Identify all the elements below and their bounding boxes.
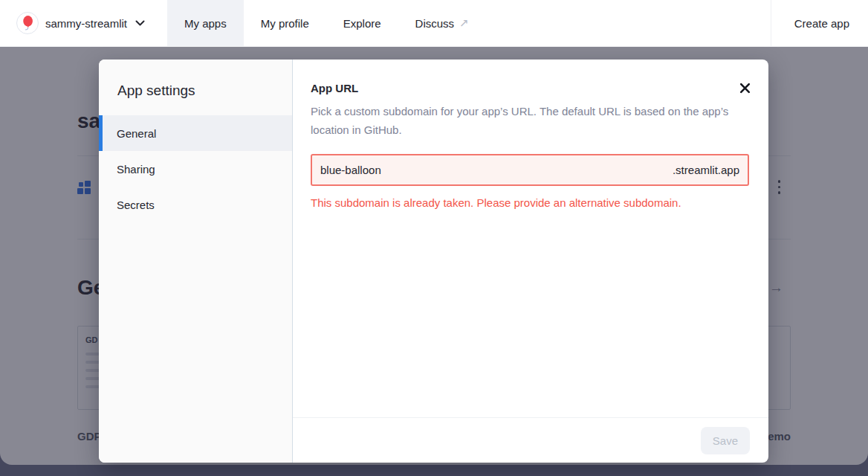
balloon-icon — [17, 13, 38, 33]
modal-nav-general[interactable]: General — [99, 115, 292, 151]
nav-tab-label: My profile — [261, 17, 309, 30]
create-app-button[interactable]: Create app — [771, 0, 868, 46]
subdomain-value: blue-balloon — [320, 164, 381, 176]
workspace-switcher[interactable]: sammy-streamlit — [0, 0, 145, 46]
app-settings-modal: App settings General Sharing Secrets App… — [99, 60, 768, 463]
domain-suffix: .streamlit.app — [673, 164, 739, 176]
app-url-description: Pick a custom subdomain for your app’s U… — [311, 102, 734, 139]
primary-nav: My apps My profile Explore Discuss ↗ — [167, 0, 486, 46]
top-navbar: sammy-streamlit My apps My profile Explo… — [0, 0, 868, 47]
nav-tab-label: Explore — [343, 17, 381, 30]
modal-content-header: App URL — [293, 60, 768, 97]
nav-tab-label: Discuss — [415, 17, 455, 30]
modal-nav-secrets[interactable]: Secrets — [99, 187, 292, 222]
close-icon[interactable] — [739, 83, 751, 94]
app-url-title: App URL — [311, 80, 358, 97]
workspace-name: sammy-streamlit — [45, 17, 127, 30]
subdomain-input[interactable]: blue-balloon .streamlit.app — [311, 154, 749, 186]
modal-sidebar: App settings General Sharing Secrets — [99, 60, 293, 463]
modal-title: App settings — [117, 82, 292, 100]
nav-tab-my-apps[interactable]: My apps — [167, 0, 244, 46]
create-app-label: Create app — [794, 17, 849, 30]
nav-tab-label: My apps — [184, 17, 227, 30]
nav-tab-discuss[interactable]: Discuss ↗ — [398, 0, 486, 46]
modal-nav-label: Sharing — [117, 163, 155, 176]
streamlit-balloon-logo — [16, 12, 39, 34]
external-link-icon: ↗ — [459, 16, 469, 30]
nav-tab-explore[interactable]: Explore — [326, 0, 398, 46]
modal-content: App URL Pick a custom subdomain for your… — [293, 60, 768, 463]
modal-nav-label: General — [117, 127, 156, 140]
save-button[interactable]: Save — [701, 427, 750, 454]
modal-menu: General Sharing Secrets — [99, 115, 292, 222]
subdomain-error-message: This subdomain is already taken. Please … — [311, 196, 749, 209]
nav-tab-my-profile[interactable]: My profile — [244, 0, 326, 46]
modal-footer: Save — [293, 417, 768, 463]
modal-nav-label: Secrets — [117, 199, 155, 211]
modal-nav-sharing[interactable]: Sharing — [99, 151, 292, 187]
chevron-down-icon[interactable] — [135, 20, 145, 26]
